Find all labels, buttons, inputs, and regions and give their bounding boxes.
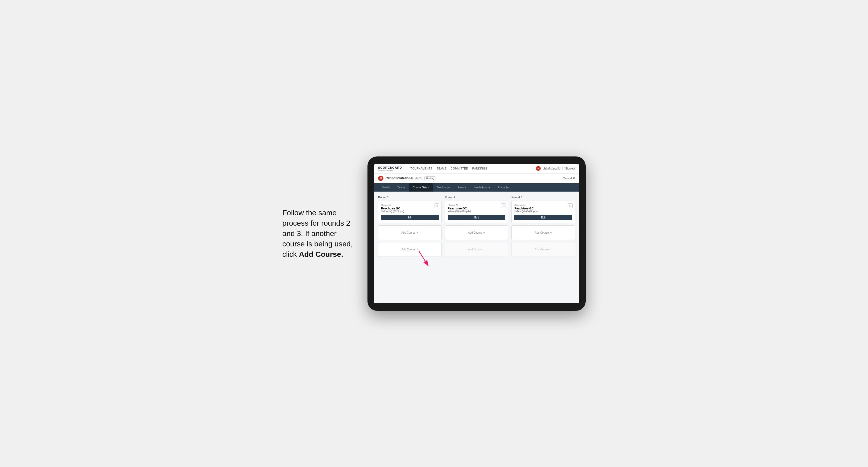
round-2-label: Round 2 xyxy=(445,196,508,199)
round-2-column: Round 2 □ (Course A) Peachtree GC Yellow… xyxy=(445,196,508,259)
clippd-logo: C xyxy=(378,176,383,181)
round-1-label: Round 1 xyxy=(378,196,442,199)
round-3-add-course-1-plus-icon: + xyxy=(550,231,552,235)
tabs-bar: Details Teams Course Setup Tee Groups Re… xyxy=(374,183,579,192)
round-2-add-course-2-plus-icon: + xyxy=(483,247,485,251)
nav-teams[interactable]: TEAMS xyxy=(437,167,446,170)
sign-out-link[interactable]: Sign out xyxy=(565,167,575,170)
round-3-add-course-2-label: Add Course xyxy=(535,248,549,251)
tab-teams[interactable]: Teams xyxy=(394,183,409,192)
round-1-column: Round 1 □ (Course A) Peachtree GC Yellow… xyxy=(378,196,442,259)
top-nav: SCOREBOARD Powered by clippd TOURNAMENTS… xyxy=(374,164,579,174)
round-3-add-course-2-plus-icon: + xyxy=(550,247,552,251)
round-1-add-course-2-label: Add Course xyxy=(401,248,415,251)
tablet-screen: SCOREBOARD Powered by clippd TOURNAMENTS… xyxy=(374,164,579,303)
top-nav-links: TOURNAMENTS TEAMS COMMITTEE RANKINGS xyxy=(410,167,530,170)
nav-divider: | xyxy=(562,167,563,170)
round-1-add-course-2[interactable]: Add Course + xyxy=(378,242,442,257)
round-1-add-course-1-label: Add Course xyxy=(401,231,415,234)
round-2-add-course-1[interactable]: Add Course + xyxy=(445,225,508,240)
round-2-course-name: Peachtree GC xyxy=(448,207,505,210)
logo-sub: Powered by clippd xyxy=(378,169,402,171)
tab-details[interactable]: Details xyxy=(378,183,394,192)
round-2-add-course-2-label: Add Course xyxy=(468,248,482,251)
round-1-course-details: Yellow (M) (6629 yds) xyxy=(381,210,439,213)
user-email: blair@clippd.io xyxy=(543,167,560,170)
round-2-remove-button[interactable]: □ xyxy=(501,203,506,208)
round-1-add-course-2-plus-icon: + xyxy=(416,247,418,251)
scoreboard-logo: SCOREBOARD Powered by clippd xyxy=(378,166,402,171)
tab-leaderboards[interactable]: Leaderboards xyxy=(470,183,494,192)
round-1-remove-button[interactable]: □ xyxy=(435,203,439,208)
round-3-add-course-2: Add Course + xyxy=(512,242,575,257)
tab-printables[interactable]: Printables xyxy=(494,183,513,192)
page-wrapper: Follow the same process for rounds 2 and… xyxy=(274,156,594,311)
nav-rankings[interactable]: RANKINGS xyxy=(472,167,487,170)
round-1-slot-label: (Course A) xyxy=(381,204,439,206)
round-2-add-course-1-plus-icon: + xyxy=(483,231,485,235)
tablet-frame: SCOREBOARD Powered by clippd TOURNAMENTS… xyxy=(368,156,586,311)
round-2-add-course-2: Add Course + xyxy=(445,242,508,257)
cancel-button[interactable]: Cancel ✕ xyxy=(563,177,575,180)
tab-results[interactable]: Results xyxy=(454,183,470,192)
user-avatar: B xyxy=(536,166,541,171)
round-3-column: Round 3 □ (Course A) Peachtree GC Yellow… xyxy=(512,196,575,259)
round-2-course-details: Yellow (M) (6629 yds) xyxy=(448,210,505,213)
round-1-course-card: □ (Course A) Peachtree GC Yellow (M) (66… xyxy=(378,201,442,223)
round-2-edit-button[interactable]: Edit xyxy=(448,215,505,220)
round-3-course-details: Yellow (M) (6629 yds) xyxy=(514,210,572,213)
round-3-edit-button[interactable]: Edit xyxy=(514,215,572,220)
round-3-course-name: Peachtree GC xyxy=(514,207,572,210)
main-content: Round 1 □ (Course A) Peachtree GC Yellow… xyxy=(374,192,579,303)
rounds-grid: Round 1 □ (Course A) Peachtree GC Yellow… xyxy=(378,196,575,259)
tournament-name: Clippd Invitational xyxy=(385,177,413,180)
round-1-add-course-1-plus-icon: + xyxy=(416,231,418,235)
round-3-slot-label: (Course A) xyxy=(514,204,572,206)
hosting-badge: Hosting xyxy=(425,177,436,180)
cancel-label: Cancel xyxy=(563,177,572,180)
tournament-type: (Men) xyxy=(415,177,422,180)
round-1-add-course-1[interactable]: Add Course + xyxy=(378,225,442,240)
round-1-edit-button[interactable]: Edit xyxy=(381,215,439,220)
sub-header: C Clippd Invitational (Men) Hosting Canc… xyxy=(374,174,579,183)
tab-course-setup[interactable]: Course Setup xyxy=(409,183,433,192)
nav-committee[interactable]: COMMITTEE xyxy=(451,167,468,170)
top-nav-right: B blair@clippd.io | Sign out xyxy=(536,166,575,171)
round-1-course-name: Peachtree GC xyxy=(381,207,439,210)
add-course-bold: Add Course. xyxy=(299,250,343,258)
tab-tee-groups[interactable]: Tee Groups xyxy=(433,183,454,192)
instruction-text: Follow the same process for rounds 2 and… xyxy=(282,208,357,260)
logo-title: SCOREBOARD xyxy=(378,166,402,169)
round-3-add-course-1[interactable]: Add Course + xyxy=(512,225,575,240)
round-3-remove-button[interactable]: □ xyxy=(568,203,572,208)
round-2-slot-label: (Course A) xyxy=(448,204,505,206)
nav-tournaments[interactable]: TOURNAMENTS xyxy=(410,167,432,170)
round-3-course-card: □ (Course A) Peachtree GC Yellow (M) (66… xyxy=(512,201,575,223)
cancel-x-icon: ✕ xyxy=(572,177,575,180)
round-3-add-course-1-label: Add Course xyxy=(535,231,549,234)
round-2-course-card: □ (Course A) Peachtree GC Yellow (M) (66… xyxy=(445,201,508,223)
sub-header-left: C Clippd Invitational (Men) Hosting xyxy=(378,176,436,181)
round-2-add-course-1-label: Add Course xyxy=(468,231,482,234)
round-3-label: Round 3 xyxy=(512,196,575,199)
